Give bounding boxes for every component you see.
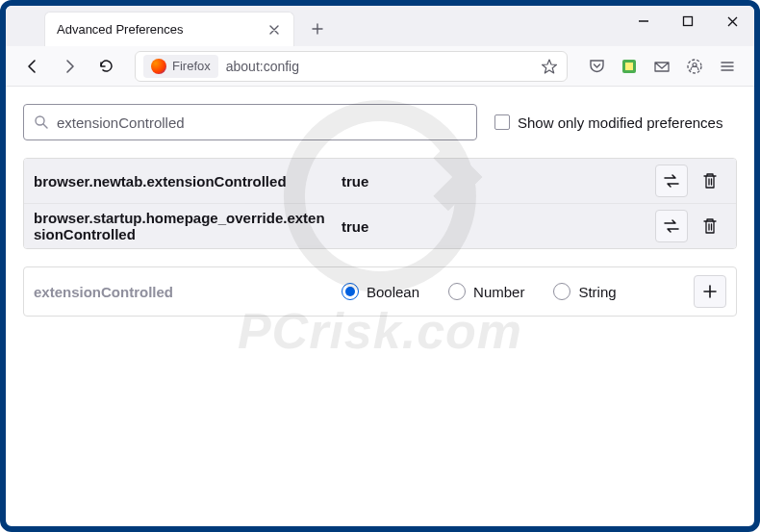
firefox-identity-badge[interactable]: Firefox [143, 55, 218, 78]
radio-boolean[interactable]: Boolean [342, 283, 419, 300]
maximize-button[interactable] [666, 6, 710, 37]
svg-rect-0 [684, 17, 693, 26]
search-row: Show only modified preferences [23, 104, 737, 140]
pref-value: true [342, 218, 649, 235]
svg-rect-2 [625, 63, 633, 70]
reload-button[interactable] [90, 51, 121, 82]
close-tab-icon[interactable] [266, 22, 282, 38]
url-text: about:config [226, 59, 532, 74]
pref-name: browser.startup.homepage_override.extens… [34, 210, 342, 242]
search-icon [34, 114, 49, 130]
radio-icon [342, 283, 359, 300]
preferences-list: browser.newtab.extensionControlled true … [23, 158, 737, 249]
delete-button[interactable] [694, 165, 726, 197]
tab-title: Advanced Preferences [57, 22, 184, 37]
bookmark-star-icon[interactable] [540, 57, 559, 76]
identity-label: Firefox [172, 59, 211, 73]
menu-button[interactable] [712, 51, 743, 82]
toolbar-right [581, 51, 743, 82]
search-input[interactable] [57, 114, 467, 131]
page-content: Show only modified preferences browser.n… [6, 87, 754, 334]
mail-icon[interactable] [646, 51, 677, 82]
new-tab-button[interactable] [304, 15, 331, 42]
add-button[interactable] [694, 275, 726, 308]
radio-label: Number [473, 284, 524, 300]
radio-icon [553, 283, 570, 300]
toggle-button[interactable] [655, 165, 688, 197]
pocket-icon[interactable] [581, 51, 612, 82]
pref-value: true [342, 173, 649, 190]
browser-tab[interactable]: Advanced Preferences [44, 12, 294, 46]
account-icon[interactable] [679, 51, 710, 82]
browser-window: Advanced Preferences Firefox about:confi… [0, 0, 760, 532]
radio-icon [448, 283, 466, 300]
radio-label: Boolean [367, 284, 419, 300]
minimize-button[interactable] [621, 6, 666, 37]
firefox-logo-icon [151, 59, 166, 74]
preference-row[interactable]: browser.startup.homepage_override.extens… [24, 203, 736, 248]
navigation-toolbar: Firefox about:config [6, 46, 754, 87]
toggle-button[interactable] [655, 210, 688, 242]
radio-label: String [578, 284, 616, 300]
url-bar[interactable]: Firefox about:config [135, 51, 568, 82]
type-radios: Boolean Number String [342, 283, 688, 300]
delete-button[interactable] [694, 210, 726, 242]
show-modified-checkbox[interactable]: Show only modified preferences [494, 114, 722, 131]
extension-icon[interactable] [614, 51, 645, 82]
preference-row[interactable]: browser.newtab.extensionControlled true [24, 159, 736, 203]
back-button[interactable] [17, 51, 48, 82]
forward-button[interactable] [54, 51, 85, 82]
checkbox-icon [494, 114, 510, 130]
search-box[interactable] [23, 104, 477, 140]
add-preference-row: extensionControlled Boolean Number Strin… [23, 266, 737, 317]
window-controls [621, 6, 754, 37]
radio-number[interactable]: Number [448, 283, 524, 300]
titlebar: Advanced Preferences [6, 6, 754, 46]
radio-string[interactable]: String [553, 283, 616, 300]
add-pref-name: extensionControlled [34, 284, 342, 300]
checkbox-label: Show only modified preferences [518, 114, 722, 131]
pref-name: browser.newtab.extensionControlled [34, 173, 342, 190]
close-window-button[interactable] [710, 6, 754, 37]
